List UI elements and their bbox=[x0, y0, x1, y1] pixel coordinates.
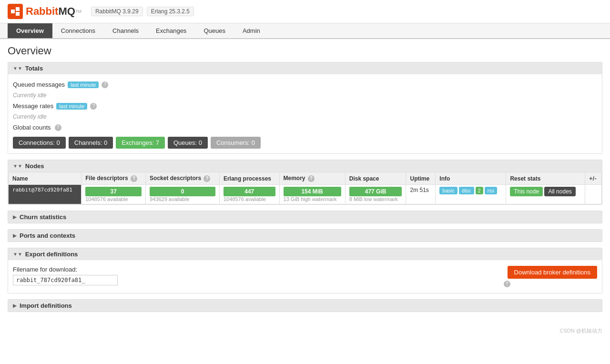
message-rates-badge[interactable]: last minute bbox=[56, 103, 87, 110]
message-rates-help[interactable]: ? bbox=[90, 103, 97, 110]
global-counts-row: Global counts ? bbox=[13, 122, 597, 133]
queued-messages-help[interactable]: ? bbox=[102, 81, 108, 88]
queued-messages-idle: Currently idle bbox=[13, 92, 47, 99]
import-label: Import definitions bbox=[20, 302, 72, 309]
queued-messages-idle-row: Currently idle bbox=[13, 90, 597, 101]
erlang-version: Erlang 25.3.2.5 bbox=[147, 7, 194, 16]
erlang-proc-value: 447 bbox=[224, 187, 275, 196]
export-section-header[interactable]: ▼ Export definitions bbox=[8, 248, 602, 260]
memory-sub: 13 GiB high watermark bbox=[284, 196, 341, 202]
nav-queues[interactable]: Queues bbox=[195, 23, 234, 38]
nodes-table-header-row: Name File descriptors ? Socket descripto… bbox=[9, 172, 602, 185]
badge-basic[interactable]: basic bbox=[439, 187, 458, 194]
file-desc-sub: 1048576 available bbox=[85, 196, 142, 202]
export-label: Export definitions bbox=[25, 251, 78, 258]
totals-arrow: ▼ bbox=[13, 66, 22, 71]
churn-section-header[interactable]: ▶ Churn statistics bbox=[8, 211, 602, 223]
socket-desc-help[interactable]: ? bbox=[203, 175, 210, 182]
plus-minus-btn[interactable]: +/- bbox=[589, 175, 597, 182]
churn-section: ▶ Churn statistics bbox=[8, 211, 602, 223]
header: RabbitMQ TM RabbitMQ 3.9.29 Erlang 25.3.… bbox=[0, 0, 610, 23]
nav: Overview Connections Channels Exchanges … bbox=[0, 23, 610, 39]
export-left: Filename for download: bbox=[13, 266, 118, 285]
svg-rect-0 bbox=[11, 10, 15, 13]
erlang-proc-cell: 447 1048576 available bbox=[219, 185, 279, 204]
export-arrow: ▼ bbox=[13, 252, 22, 257]
import-section-header[interactable]: ▶ Import definitions bbox=[8, 300, 602, 312]
rabbitmq-version: RabbitMQ 3.9.29 bbox=[91, 7, 143, 16]
totals-section: ▼ Totals Queued messages last minute ? C… bbox=[8, 62, 602, 154]
col-disk-space: Disk space bbox=[345, 172, 406, 185]
filename-input[interactable] bbox=[13, 275, 118, 285]
message-rates-idle-row: Currently idle bbox=[13, 111, 597, 122]
reset-stats-cell: This node All nodes bbox=[506, 185, 585, 204]
totals-body: Queued messages last minute ? Currently … bbox=[8, 74, 602, 153]
disk-space-value: 477 GiB bbox=[349, 187, 402, 196]
memory-value: 154 MiB bbox=[284, 187, 341, 196]
global-counts-help[interactable]: ? bbox=[55, 124, 61, 131]
connections-count[interactable]: Connections: 0 bbox=[13, 137, 66, 149]
table-row: rabbit@787cd920fa81 37 1048576 available… bbox=[9, 185, 602, 204]
filename-label: Filename for download: bbox=[13, 266, 118, 273]
exchanges-count[interactable]: Exchanges: 7 bbox=[116, 137, 165, 149]
nav-channels[interactable]: Channels bbox=[104, 23, 147, 38]
logo-icon bbox=[8, 4, 23, 19]
disk-space-cell: 477 GiB 8 MiB low watermark bbox=[345, 185, 406, 204]
file-desc-value: 37 bbox=[85, 187, 142, 196]
col-plus-minus[interactable]: +/- bbox=[585, 172, 602, 185]
node-name: rabbit@787cd920fa81 bbox=[9, 185, 81, 204]
message-rates-label: Message rates bbox=[13, 102, 53, 110]
counts-row: Connections: 0 Channels: 0 Exchanges: 7 … bbox=[13, 137, 597, 149]
disk-space-sub: 8 MiB low watermark bbox=[349, 196, 402, 202]
watermark: CSDN @机核动力 bbox=[0, 324, 610, 338]
ports-label: Ports and contexts bbox=[20, 232, 75, 239]
nav-exchanges[interactable]: Exchanges bbox=[147, 23, 195, 38]
queues-count[interactable]: Queues: 0 bbox=[168, 137, 208, 149]
totals-section-header[interactable]: ▼ Totals bbox=[8, 62, 602, 74]
message-rates-idle: Currently idle bbox=[13, 113, 47, 120]
col-socket-desc: Socket descriptors ? bbox=[146, 172, 220, 185]
queued-messages-row: Queued messages last minute ? bbox=[13, 79, 597, 90]
file-desc-cell: 37 1048576 available bbox=[81, 185, 146, 204]
col-memory: Memory ? bbox=[279, 172, 345, 185]
page-title: Overview bbox=[8, 45, 602, 57]
nav-overview[interactable]: Overview bbox=[8, 23, 52, 38]
badge-disc[interactable]: disc bbox=[459, 187, 474, 194]
col-uptime: Uptime bbox=[406, 172, 436, 185]
file-desc-help[interactable]: ? bbox=[131, 175, 137, 182]
import-arrow: ▶ bbox=[13, 303, 17, 308]
nodes-body: Name File descriptors ? Socket descripto… bbox=[8, 172, 602, 204]
nodes-section-header[interactable]: ▼ Nodes bbox=[8, 160, 602, 172]
ports-section: ▶ Ports and contexts bbox=[8, 229, 602, 242]
badge-num[interactable]: 2 bbox=[476, 187, 483, 194]
info-badges: basic disc 2 rss bbox=[439, 187, 502, 194]
socket-desc-sub: 943629 available bbox=[150, 196, 215, 202]
allnodes-btn[interactable]: All nodes bbox=[544, 187, 575, 196]
totals-label: Totals bbox=[25, 65, 43, 72]
logo-tm: TM bbox=[75, 9, 81, 14]
queued-messages-badge[interactable]: last minute bbox=[68, 81, 99, 88]
import-section: ▶ Import definitions bbox=[8, 299, 602, 312]
export-body: Filename for download: Download broker d… bbox=[8, 260, 602, 293]
nav-admin[interactable]: Admin bbox=[234, 23, 269, 38]
nodes-table: Name File descriptors ? Socket descripto… bbox=[8, 172, 602, 204]
global-counts-label: Global counts bbox=[13, 124, 51, 131]
badge-rss[interactable]: rss bbox=[485, 187, 498, 194]
info-cell: basic disc 2 rss bbox=[436, 185, 506, 204]
download-help[interactable]: ? bbox=[504, 281, 510, 287]
ports-section-header[interactable]: ▶ Ports and contexts bbox=[8, 230, 602, 242]
svg-rect-1 bbox=[16, 7, 20, 11]
nav-connections[interactable]: Connections bbox=[52, 23, 104, 38]
consumers-count[interactable]: Consumers: 0 bbox=[211, 137, 261, 149]
thisnode-btn[interactable]: This node bbox=[510, 187, 543, 196]
svg-rect-2 bbox=[16, 12, 20, 16]
channels-count[interactable]: Channels: 0 bbox=[69, 137, 113, 149]
download-broker-btn[interactable]: Download broker definitions bbox=[508, 266, 597, 279]
logo: RabbitMQ TM bbox=[8, 4, 81, 19]
queued-messages-label: Queued messages bbox=[13, 81, 65, 88]
socket-desc-cell: 0 943629 available bbox=[146, 185, 220, 204]
uptime-value: 2m 51s bbox=[410, 187, 428, 193]
memory-help[interactable]: ? bbox=[308, 175, 315, 182]
nodes-arrow: ▼ bbox=[13, 163, 22, 169]
churn-arrow: ▶ bbox=[13, 214, 17, 220]
